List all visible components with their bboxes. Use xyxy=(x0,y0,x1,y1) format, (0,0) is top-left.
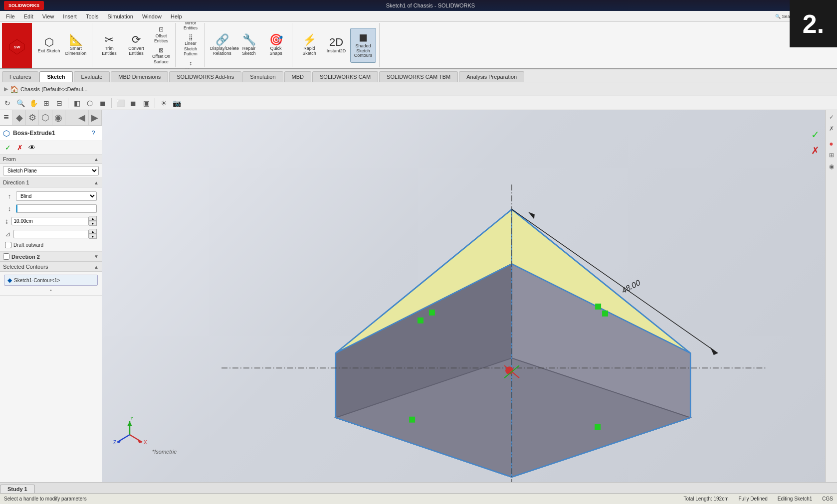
dir1-angle-row: ⊿ ▲ ▼ xyxy=(3,228,99,240)
depth-decrement-btn[interactable]: ▼ xyxy=(89,221,97,226)
menu-tools[interactable]: Tools xyxy=(82,12,103,20)
menu-edit[interactable]: Edit xyxy=(20,12,37,20)
right-icon-color[interactable]: ● xyxy=(827,139,837,149)
panel-tab-nav-right[interactable]: ▶ xyxy=(89,110,102,125)
rapid-sketch-btn[interactable]: ⚡ Rapid Sketch xyxy=(296,28,322,63)
panel-tab-property[interactable]: ◆ xyxy=(13,110,26,125)
direction2-header[interactable]: Direction 2 ▼ xyxy=(0,252,102,262)
confirm-check-btn[interactable]: ✓ xyxy=(3,143,13,153)
panel-tab-nav-left[interactable]: ◀ xyxy=(76,110,89,125)
icon-zoom[interactable]: 🔍 xyxy=(15,98,26,109)
contour-item-0[interactable]: ◆ Sketch1-Contour<1> xyxy=(4,275,98,286)
panel-tab-config[interactable]: ⚙ xyxy=(26,110,39,125)
icon-camera[interactable]: 📷 xyxy=(171,98,182,109)
right-icon-3d[interactable]: ⊞ xyxy=(827,150,837,160)
icon-display[interactable]: ◼ xyxy=(97,98,108,109)
status-hint: Select a handle to modify parameters xyxy=(4,496,673,502)
icon-pan[interactable]: ✋ xyxy=(28,98,39,109)
icon-rotate[interactable]: ↻ xyxy=(2,98,13,109)
icon-section[interactable]: ◧ xyxy=(71,98,82,109)
smart-dim-icon: 📐 xyxy=(69,34,83,45)
right-icon-eye[interactable]: ◉ xyxy=(827,162,837,171)
draft-outward-checkbox[interactable] xyxy=(5,242,11,248)
tab-addins[interactable]: SOLIDWORKS Add-Ins xyxy=(169,71,241,82)
dir1-flip-icon: ↕ xyxy=(5,204,14,213)
offset-surface-btn[interactable]: ⊠ Offset On Surface xyxy=(150,45,172,66)
tab-analysis[interactable]: Analysis Preparation xyxy=(459,71,524,82)
viewport-cross-btn[interactable]: ✗ xyxy=(808,144,822,158)
icon-shaded[interactable]: ◼ xyxy=(128,98,139,109)
feature-name-label: Boss-Extrude1 xyxy=(13,130,55,137)
cancel-x-btn[interactable]: ✗ xyxy=(15,143,25,153)
depth-spinner-btns: ▲ ▼ xyxy=(89,216,97,226)
menu-view[interactable]: View xyxy=(38,12,58,20)
exit-sketch-btn[interactable]: ⬡ Exit Sketch xyxy=(36,28,62,63)
direction1-content: ↑ Blind Through All Up To Vertex Up To S… xyxy=(0,187,102,251)
tab-solidworks-cam[interactable]: SOLIDWORKS CAM xyxy=(312,71,378,82)
right-icon-1[interactable]: ✓ xyxy=(827,112,837,122)
tab-evaluate[interactable]: Evaluate xyxy=(74,71,110,82)
display-delete-icon: 🔗 xyxy=(215,34,229,45)
dir1-contour-input[interactable] xyxy=(16,204,97,213)
tab-mbd-dimensions[interactable]: MBD Dimensions xyxy=(111,71,168,82)
tab-cam-tbm[interactable]: SOLIDWORKS CAM TBM xyxy=(379,71,458,82)
tab-simulation[interactable]: Simulation xyxy=(242,71,283,82)
menu-simulation[interactable]: Simulation xyxy=(104,12,137,20)
instant2d-btn[interactable]: 2D Instant2D xyxy=(323,28,349,63)
angle-increment-btn[interactable]: ▲ xyxy=(89,229,97,234)
menu-file[interactable]: File xyxy=(2,12,19,20)
direction2-section: Direction 2 ▼ xyxy=(0,252,102,262)
shaded-sketch-btn[interactable]: ◼ Shaded Sketch Contours xyxy=(350,28,376,63)
offset-entities-btn[interactable]: ⊡ Offset Entities xyxy=(150,24,172,45)
instant2d-icon: 2D xyxy=(329,37,343,48)
angle-value-input[interactable] xyxy=(13,230,89,238)
viewport-check-btn[interactable]: ✓ xyxy=(808,128,822,142)
panel-tab-dim[interactable]: ⬡ xyxy=(39,110,52,125)
icon-toolbar: ↻ 🔍 ✋ ⊞ ⊟ ◧ ⬡ ◼ ⬜ ◼ ▣ ☀ 📷 xyxy=(0,96,837,110)
trim-entities-btn[interactable]: ✂ Trim Entities xyxy=(96,28,122,63)
menu-window[interactable]: Window xyxy=(138,12,166,20)
from-dropdown[interactable]: Sketch Plane Surface/Face/Plane Vertex O… xyxy=(3,166,99,175)
icon-shaded-edges[interactable]: ▣ xyxy=(141,98,152,109)
icon-scene[interactable]: ☀ xyxy=(158,98,169,109)
dir1-type-select[interactable]: Blind Through All Up To Vertex Up To Sur… xyxy=(16,191,97,201)
icon-zoom-area[interactable]: ⊟ xyxy=(54,98,65,109)
smart-dimension-btn[interactable]: 📐 Smart Dimension xyxy=(63,28,89,63)
quick-snaps-btn[interactable]: 🎯 Quick Snaps xyxy=(263,28,289,63)
contour-label-0: Sketch1-Contour<1> xyxy=(14,278,60,283)
icon-fit[interactable]: ⊞ xyxy=(41,98,52,109)
mirror-entities-btn[interactable]: ⇔ Mirror Entities xyxy=(180,22,202,32)
tab-sketch[interactable]: Sketch xyxy=(39,71,72,82)
linear-sketch-btn[interactable]: ⣿ Linear Sketch Pattern xyxy=(180,32,202,58)
feature-help-btn[interactable]: ? xyxy=(88,128,99,139)
icon-wireframe[interactable]: ⬜ xyxy=(115,98,126,109)
toolbar-group-view: ⚡ Rapid Sketch 2D Instant2D ◼ Shaded Ske… xyxy=(293,23,380,67)
constraint-6 xyxy=(595,424,601,430)
repair-sketch-btn[interactable]: 🔧 Repair Sketch xyxy=(236,28,262,63)
from-header[interactable]: From ▲ xyxy=(0,155,102,164)
study-tab-1[interactable]: Study 1 xyxy=(0,485,35,493)
angle-decrement-btn[interactable]: ▼ xyxy=(89,234,97,239)
constraint-1 xyxy=(418,318,423,324)
contours-header[interactable]: Selected Contours ▲ xyxy=(0,262,102,272)
panel-tab-feature[interactable]: ≡ xyxy=(0,110,13,125)
preview-eye-btn[interactable]: 👁 xyxy=(27,143,37,153)
move-entities-btn[interactable]: ↕ Move Entities xyxy=(180,58,202,69)
direction1-header[interactable]: Direction 1 ▲ xyxy=(0,178,102,187)
menu-help[interactable]: Help xyxy=(167,12,186,20)
tab-features[interactable]: Features xyxy=(2,71,38,82)
right-icon-2[interactable]: ✗ xyxy=(827,124,837,134)
menu-insert[interactable]: Insert xyxy=(59,12,81,20)
tab-mbd[interactable]: MBD xyxy=(284,71,311,82)
quick-snaps-icon: 🎯 xyxy=(269,34,283,45)
repair-icon: 🔧 xyxy=(242,34,256,45)
panel-tab-appear[interactable]: ◉ xyxy=(52,110,65,125)
display-delete-btn[interactable]: 🔗 Display/Delete Relations xyxy=(209,28,235,63)
model-path: Chassis (Default<<Defaul... xyxy=(20,86,88,92)
status-editing: Editing Sketch1 xyxy=(778,496,813,502)
icon-view-orient[interactable]: ⬡ xyxy=(84,98,95,109)
direction2-checkbox[interactable] xyxy=(3,253,9,260)
depth-value-input[interactable]: 10.00cm xyxy=(11,217,89,225)
depth-increment-btn[interactable]: ▲ xyxy=(89,216,97,221)
convert-entities-btn[interactable]: ⟳ Convert Entities xyxy=(123,28,149,63)
